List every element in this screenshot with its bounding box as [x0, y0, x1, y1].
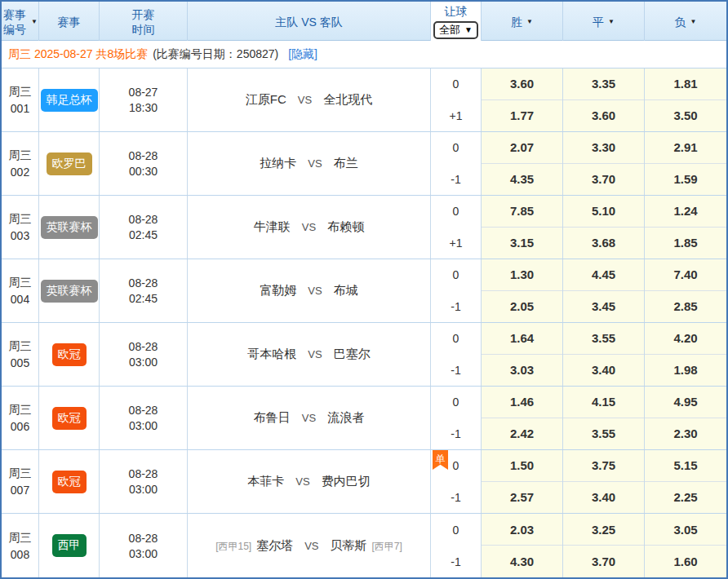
- table-header: 赛事编号 ▼ 赛事 开赛时间 主队 VS 客队 让球 全部 ▼ 胜 ▼ 平 ▼: [2, 2, 726, 41]
- header-draw-sort[interactable]: 平 ▼: [563, 2, 645, 42]
- league-badge: 英联赛杯: [41, 280, 98, 303]
- header-match-no-label: 赛事编号: [2, 7, 27, 37]
- draw-odds[interactable]: 4.45: [563, 259, 644, 291]
- draw-odds[interactable]: 4.15: [563, 387, 644, 418]
- win-odds[interactable]: 2.07: [482, 132, 562, 164]
- lose-odds[interactable]: 2.30: [645, 418, 726, 450]
- time-cell: 08-28 03:00: [100, 514, 188, 577]
- table-body: 周三 001 韩足总杯 08-27 18:30 江原FCVS全北现代 0 +1 …: [2, 69, 726, 577]
- win-odds[interactable]: 2.57: [482, 482, 562, 514]
- table-row: 周三 007 欧冠 08-28 03:00 本菲卡VS费内巴切 单 0 -1 1…: [2, 450, 726, 514]
- handicap-filter-select[interactable]: 全部 ▼: [433, 21, 478, 39]
- lose-odds[interactable]: 7.40: [645, 259, 726, 291]
- draw-odds[interactable]: 3.55: [563, 418, 644, 450]
- handicap-value: 0: [431, 259, 481, 291]
- date-summary: 周三 2025-08-27 共8场比赛: [8, 47, 148, 62]
- handicap-value: 0: [431, 196, 481, 228]
- handicap-value: +1: [431, 228, 481, 259]
- header-win-sort[interactable]: 胜 ▼: [482, 2, 563, 42]
- hide-link[interactable]: [隐藏]: [288, 47, 317, 62]
- win-odds-cell: 7.85 3.15: [482, 196, 563, 259]
- handicap-value: 0: [431, 69, 481, 100]
- chevron-down-icon: ▼: [31, 15, 38, 29]
- draw-odds[interactable]: 3.35: [563, 69, 644, 100]
- home-team: 哥本哈根: [247, 347, 296, 360]
- vs-label: VS: [308, 285, 322, 297]
- away-team: 布兰: [334, 156, 358, 170]
- lose-odds[interactable]: 2.91: [645, 132, 726, 164]
- lose-odds[interactable]: 4.95: [645, 387, 726, 418]
- win-odds[interactable]: 3.03: [482, 355, 562, 387]
- header-start-time: 开赛时间: [100, 2, 188, 42]
- away-team: 布赖顿: [327, 219, 364, 233]
- win-odds[interactable]: 1.46: [482, 387, 562, 418]
- draw-odds[interactable]: 3.30: [563, 132, 644, 164]
- lose-odds[interactable]: 1.81: [645, 69, 726, 100]
- win-odds-cell: 3.60 1.77: [482, 69, 563, 131]
- win-odds[interactable]: 7.85: [482, 196, 562, 228]
- lose-odds[interactable]: 4.20: [645, 323, 726, 355]
- lose-odds[interactable]: 1.60: [645, 546, 726, 577]
- draw-odds[interactable]: 5.10: [563, 196, 644, 228]
- match-no: 002: [11, 166, 29, 179]
- match-number-cell: 周三 008: [2, 514, 39, 577]
- league-badge: 韩足总杯: [41, 89, 98, 112]
- lose-odds[interactable]: 3.50: [645, 100, 726, 132]
- draw-odds[interactable]: 3.70: [563, 546, 644, 577]
- draw-odds[interactable]: 3.55: [563, 323, 644, 355]
- vs-label: VS: [298, 94, 312, 106]
- time-cell: 08-28 03:00: [100, 450, 188, 513]
- lose-odds[interactable]: 2.85: [645, 291, 726, 323]
- chevron-down-icon: ▼: [464, 23, 473, 38]
- header-teams: 主队 VS 客队: [188, 2, 431, 42]
- draw-odds[interactable]: 3.40: [563, 355, 644, 387]
- match-no: 003: [11, 229, 29, 242]
- home-team: 拉纳卡: [260, 156, 296, 170]
- win-odds[interactable]: 3.60: [482, 69, 562, 100]
- draw-odds[interactable]: 3.68: [563, 228, 644, 259]
- draw-odds[interactable]: 3.25: [563, 514, 644, 546]
- home-team: 塞尔塔: [256, 538, 293, 552]
- match-date: 08-27: [129, 86, 158, 99]
- win-odds[interactable]: 2.42: [482, 418, 562, 450]
- match-time: 03:00: [129, 419, 158, 432]
- win-odds[interactable]: 2.03: [482, 514, 562, 546]
- lose-odds[interactable]: 1.59: [645, 164, 726, 196]
- lose-odds[interactable]: 1.24: [645, 196, 726, 228]
- draw-odds[interactable]: 3.75: [563, 450, 644, 482]
- draw-odds[interactable]: 3.40: [563, 482, 644, 514]
- table-row: 周三 005 欧冠 08-28 03:00 哥本哈根VS巴塞尔 0 -1 1.6…: [2, 323, 726, 387]
- away-rank: [西甲7]: [372, 541, 402, 552]
- win-odds[interactable]: 1.50: [482, 450, 562, 482]
- handicap-value: 0: [431, 132, 481, 164]
- league-cell: 韩足总杯: [39, 69, 100, 131]
- match-day: 周三: [9, 403, 32, 418]
- lose-odds[interactable]: 2.25: [645, 482, 726, 514]
- lose-odds[interactable]: 5.15: [645, 450, 726, 482]
- lose-odds[interactable]: 1.98: [645, 355, 726, 387]
- win-odds[interactable]: 4.35: [482, 164, 562, 196]
- lose-odds[interactable]: 3.05: [645, 514, 726, 546]
- table-row: 周三 008 西甲 08-28 03:00 [西甲15]塞尔塔VS贝蒂斯[西甲7…: [2, 514, 726, 577]
- win-odds[interactable]: 3.15: [482, 228, 562, 259]
- win-odds[interactable]: 1.77: [482, 100, 562, 132]
- header-match-no-sort[interactable]: 赛事编号 ▼: [2, 2, 39, 42]
- table-row: 周三 002 欧罗巴 08-28 00:30 拉纳卡VS布兰 0 -1 2.07…: [2, 132, 726, 196]
- handicap-cell: 0 -1: [431, 514, 482, 577]
- table-row: 周三 001 韩足总杯 08-27 18:30 江原FCVS全北现代 0 +1 …: [2, 69, 726, 132]
- win-odds[interactable]: 1.30: [482, 259, 562, 291]
- win-odds[interactable]: 2.05: [482, 291, 562, 323]
- draw-odds[interactable]: 3.60: [563, 100, 644, 132]
- away-team: 布城: [334, 283, 358, 297]
- win-odds-cell: 2.03 4.30: [482, 514, 563, 577]
- teams-cell: 富勒姆VS布城: [188, 259, 431, 322]
- handicap-value: 0: [431, 387, 481, 418]
- draw-odds[interactable]: 3.70: [563, 164, 644, 196]
- header-lose-sort[interactable]: 负 ▼: [645, 2, 726, 42]
- teams-cell: 拉纳卡VS布兰: [188, 132, 431, 195]
- win-odds[interactable]: 4.30: [482, 546, 562, 577]
- lose-odds[interactable]: 1.85: [645, 228, 726, 259]
- win-odds[interactable]: 1.64: [482, 323, 562, 355]
- draw-odds[interactable]: 3.45: [563, 291, 644, 323]
- match-number-cell: 周三 005: [2, 323, 39, 386]
